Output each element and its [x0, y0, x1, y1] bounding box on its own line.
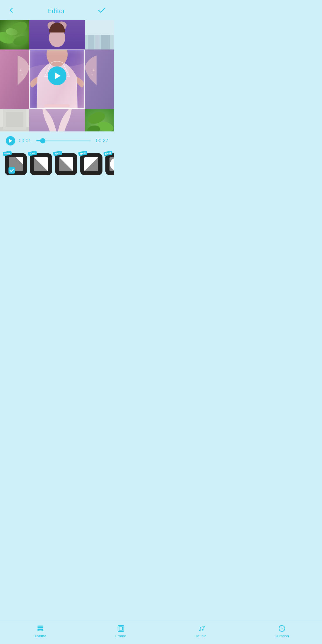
- play-small-icon: [9, 139, 12, 143]
- total-time: 00:27: [94, 138, 108, 144]
- svg-rect-28: [6, 112, 23, 127]
- header: Editor: [0, 0, 114, 20]
- transition-preview-3: [80, 153, 102, 175]
- svg-point-4: [5, 28, 18, 37]
- collage-cell-mid-left: [0, 49, 29, 109]
- play-small-button[interactable]: [6, 136, 15, 145]
- collage-cell-bot-left: [0, 109, 29, 131]
- svg-point-15: [21, 74, 23, 76]
- transitions-row: New New: [0, 150, 114, 180]
- svg-point-24: [91, 74, 93, 76]
- back-button[interactable]: [7, 5, 16, 17]
- confirm-button[interactable]: [97, 5, 107, 17]
- transition-item-3[interactable]: New: [80, 153, 102, 175]
- collage-cell-top-center: [29, 20, 85, 49]
- transition-preview-1: [30, 153, 52, 175]
- current-time: 00:01: [19, 138, 33, 144]
- svg-rect-22: [85, 49, 114, 109]
- transition-item-1[interactable]: New: [30, 153, 52, 175]
- collage-cell-top-left: [0, 20, 29, 49]
- transition-item-4[interactable]: New: [105, 153, 114, 175]
- svg-rect-13: [0, 49, 29, 109]
- play-icon: [55, 72, 61, 79]
- svg-rect-29: [29, 109, 85, 131]
- transition-preview-4: [105, 153, 114, 175]
- bottom-spacer: [0, 180, 114, 209]
- svg-point-2: [0, 30, 16, 46]
- scrubber-track[interactable]: [36, 140, 91, 141]
- scrubber-thumb[interactable]: [40, 138, 45, 143]
- transition-item-0[interactable]: New: [5, 153, 27, 175]
- collage-cell-bot-center: [29, 109, 85, 131]
- svg-point-14: [20, 69, 21, 71]
- image-area: [0, 20, 114, 131]
- timeline-bar: 00:01 00:27: [0, 131, 114, 150]
- svg-point-3: [12, 35, 29, 47]
- play-overlay[interactable]: [48, 66, 66, 85]
- svg-rect-36: [8, 167, 15, 174]
- page-title: Editor: [47, 7, 65, 15]
- collage-cell-top-right: [85, 20, 114, 49]
- svg-rect-0: [0, 20, 29, 49]
- collage-cell-mid-right: [85, 49, 114, 109]
- transition-item-2[interactable]: New: [55, 153, 77, 175]
- svg-rect-12: [85, 20, 114, 35]
- transition-preview-2: [55, 153, 77, 175]
- svg-point-23: [93, 69, 95, 71]
- transition-preview-0: [5, 153, 27, 175]
- svg-point-1: [6, 20, 29, 39]
- collage-cell-bot-right: [85, 109, 114, 131]
